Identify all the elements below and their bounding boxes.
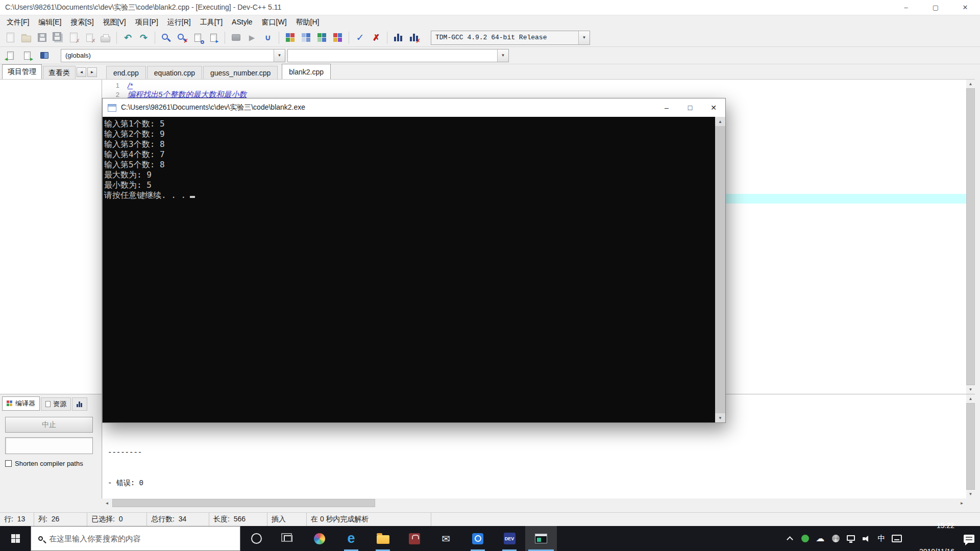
save-all-button[interactable]	[51, 30, 65, 45]
maximize-button[interactable]: ▢	[921, 0, 950, 15]
tray-cloud-button[interactable]: ☁	[813, 526, 828, 551]
menu-edit[interactable]: 编辑[E]	[34, 15, 66, 29]
abort-button[interactable]: 中止	[5, 417, 93, 433]
scroll-up-icon[interactable]: ▲	[715, 117, 725, 126]
shorten-paths-option[interactable]: Shorten compiler paths	[5, 460, 83, 467]
scroll-up-icon[interactable]: ▲	[966, 80, 975, 88]
tab-compiler[interactable]: 编译器	[2, 396, 40, 411]
goto-line-button[interactable]: ►	[206, 30, 221, 45]
tab-end-cpp[interactable]: end.cpp	[106, 66, 146, 79]
find-button[interactable]	[159, 30, 174, 45]
taskbar-search[interactable]	[31, 526, 240, 551]
syntax-check-button[interactable]: ✓	[353, 30, 368, 45]
devcpp-app-button[interactable]: DEV	[494, 526, 525, 551]
redo-button[interactable]: ↷	[136, 30, 151, 45]
tab-scroll-left-button[interactable]: ◄	[77, 67, 86, 77]
chevron-down-icon[interactable]: ▼	[497, 49, 508, 62]
log-horizontal-scrollbar[interactable]: ◄ ►	[103, 498, 966, 508]
pause-button[interactable]: ∪	[260, 30, 275, 45]
menu-astyle[interactable]: AStyle	[227, 15, 257, 29]
close-button[interactable]: ✕	[950, 0, 980, 15]
open-button[interactable]	[19, 30, 34, 45]
compiler-select[interactable]: TDM-GCC 4.9.2 64-bit Release ▼	[431, 31, 590, 45]
log-vertical-scrollbar[interactable]: ▲ ▼	[966, 394, 975, 498]
abort-compile-button[interactable]: ✗	[369, 30, 383, 45]
menu-tools[interactable]: 工具[T]	[195, 15, 227, 29]
menu-run[interactable]: 运行[R]	[163, 15, 195, 29]
jump-forward-button[interactable]: ►	[20, 48, 35, 63]
scroll-right-icon[interactable]: ►	[958, 498, 966, 508]
tab-blank2-cpp[interactable]: blank2.cpp	[282, 64, 331, 79]
project-panel[interactable]	[0, 80, 102, 394]
input-language-button[interactable]: 中	[874, 526, 889, 551]
tab-guess-number-cpp[interactable]: guess_number.cpp	[203, 66, 278, 79]
console-minimize-button[interactable]: –	[655, 98, 678, 117]
chevron-down-icon[interactable]: ▼	[274, 49, 285, 62]
menu-view[interactable]: 视图[V]	[99, 15, 131, 29]
run-button[interactable]: ▶	[244, 30, 259, 45]
mail-app-button[interactable]: ✉	[430, 526, 462, 551]
open-project-button[interactable]	[299, 30, 313, 45]
action-center-button[interactable]	[958, 526, 980, 551]
jump-back-button[interactable]: ◄	[3, 48, 18, 63]
running-console-button[interactable]	[525, 526, 557, 551]
file-explorer-button[interactable]	[367, 526, 399, 551]
new-file-button[interactable]	[3, 30, 18, 45]
package-manager-button[interactable]	[330, 30, 345, 45]
globals-select[interactable]: (globals) ▼	[61, 49, 285, 62]
clock[interactable]: 15:22 2019/11/16	[904, 504, 958, 551]
edge-app-button[interactable]: e	[335, 526, 367, 551]
scrollbar-thumb[interactable]	[966, 88, 975, 385]
pinwheel-app-button[interactable]	[304, 526, 335, 551]
editor-vertical-scrollbar[interactable]: ▲ ▼	[966, 80, 975, 394]
search-input[interactable]	[49, 534, 217, 543]
scroll-left-icon[interactable]: ◄	[103, 498, 111, 508]
blue-app-button[interactable]	[462, 526, 494, 551]
minimize-button[interactable]: –	[891, 0, 921, 15]
console-title-bar[interactable]: C:\Users\98261\Documents\c\dev\实验三\code\…	[103, 98, 725, 117]
volume-button[interactable]	[859, 526, 874, 551]
close-all-button[interactable]: ✗	[82, 30, 97, 45]
menu-help[interactable]: 帮助[H]	[291, 15, 324, 29]
menu-window[interactable]: 窗口[W]	[257, 15, 291, 29]
ime-keyboard-button[interactable]	[889, 526, 904, 551]
close-file-button[interactable]: ✗	[66, 30, 81, 45]
console-scrollbar[interactable]: ▲ ▼	[715, 117, 725, 422]
tray-utility-button[interactable]	[828, 526, 843, 551]
console-window[interactable]: C:\Users\98261\Documents\c\dev\实验三\code\…	[102, 98, 726, 423]
replace-button[interactable]: ✗	[175, 30, 189, 45]
members-select[interactable]: ▼	[287, 49, 509, 62]
class-browser-button[interactable]	[37, 48, 52, 63]
delete-profile-button[interactable]: ✗	[407, 30, 422, 45]
console-output[interactable]: 输入第1个数: 5 输入第2个数: 9 输入第3个数: 8 输入第4个数: 7 …	[103, 117, 715, 422]
console-maximize-button[interactable]: □	[678, 98, 702, 117]
start-button[interactable]	[0, 526, 31, 551]
tab-resources[interactable]: 资源	[41, 397, 71, 411]
scroll-up-icon[interactable]: ▲	[966, 394, 975, 403]
tab-equation-cpp[interactable]: equation.cpp	[147, 66, 202, 79]
scroll-down-icon[interactable]: ▼	[715, 413, 725, 422]
menu-project[interactable]: 项目[P]	[131, 15, 163, 29]
find-in-files-button[interactable]	[190, 30, 205, 45]
network-status-button[interactable]	[843, 526, 859, 551]
checkbox-unchecked[interactable]	[5, 460, 12, 467]
scrollbar-thumb[interactable]	[966, 403, 975, 490]
tab-project-manager[interactable]: 项目管理	[2, 64, 42, 79]
menu-search[interactable]: 搜索[S]	[66, 15, 98, 29]
tab-class-view[interactable]: 查看类	[43, 66, 76, 79]
chevron-down-icon[interactable]: ▼	[578, 31, 590, 44]
tab-compile-log[interactable]	[72, 397, 87, 411]
new-project-button[interactable]	[283, 30, 298, 45]
task-view-button[interactable]	[272, 526, 304, 551]
tab-scroll-right-button[interactable]: ►	[87, 67, 97, 77]
compile-button[interactable]	[229, 30, 243, 45]
save-button[interactable]	[35, 30, 50, 45]
scrollbar-thumb[interactable]	[715, 126, 725, 413]
cortana-button[interactable]	[240, 526, 272, 551]
scroll-down-icon[interactable]: ▼	[966, 385, 975, 394]
scroll-down-icon[interactable]: ▼	[966, 490, 975, 498]
store-app-button[interactable]	[399, 526, 430, 551]
project-options-button[interactable]	[314, 30, 329, 45]
menu-file[interactable]: 文件[F]	[2, 15, 34, 29]
print-button[interactable]	[98, 30, 113, 45]
